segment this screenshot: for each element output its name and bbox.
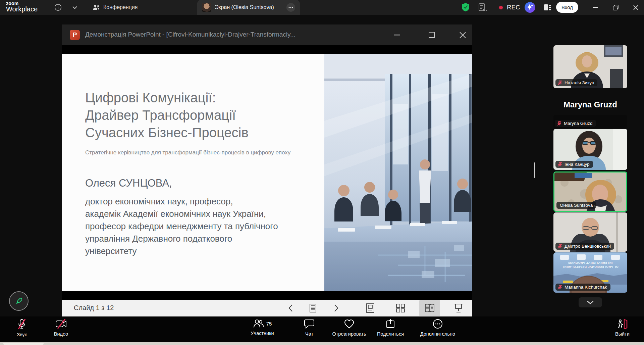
rec-dot <box>499 6 503 9</box>
muted-camera-icon <box>55 319 67 329</box>
share-label: Поделиться <box>377 331 404 337</box>
virtual-bg-text-line2: OF PROFESSIONAL DEVELOPMENT <box>553 265 627 268</box>
powerpoint-window-title: Демонстрація PowerPoint - [Cifrovi-Komun… <box>85 31 296 38</box>
tab-screen-label: Экран (Olesia Suntsova) <box>215 4 274 10</box>
reading-view-button[interactable] <box>422 301 437 315</box>
powerpoint-titlebar[interactable]: P Демонстрація PowerPoint - [Cifrovi-Kom… <box>62 24 472 45</box>
participant-tile-marianna-kichurchak[interactable]: INTERNATIONAL PROGRAM OF PROFESSIONAL DE… <box>553 252 627 293</box>
leave-button[interactable]: Выйти <box>606 319 638 340</box>
ppt-close-button[interactable] <box>457 29 468 41</box>
meeting-info-icon[interactable] <box>53 0 63 15</box>
participant-tile-inna-kantsur[interactable]: Інна Канцур <box>553 129 627 170</box>
heart-icon <box>344 319 355 329</box>
window-minimize-button[interactable] <box>588 0 603 15</box>
participant-tile-maryna-gruzd[interactable]: Maryna Gruzd <box>553 115 627 128</box>
participants-label: Участники <box>251 331 274 336</box>
tab-screen-share[interactable]: Экран (Olesia Suntsova) <box>197 0 300 15</box>
more-button[interactable]: Дополнительно <box>417 319 459 340</box>
powerpoint-app-icon: P <box>70 30 80 40</box>
slide-author-line-1: доктор економічних наук, професор, <box>85 195 307 208</box>
annotate-pen-button[interactable] <box>9 291 29 311</box>
next-slide-button[interactable] <box>329 301 343 315</box>
login-button[interactable]: Вход <box>556 2 578 13</box>
muted-mic-icon <box>17 319 27 330</box>
leave-door-icon <box>617 319 628 329</box>
scrollbar-indicator[interactable] <box>534 162 535 178</box>
muted-mic-icon <box>557 121 562 126</box>
ai-companion-icon[interactable] <box>523 0 537 15</box>
people-icon <box>93 4 100 10</box>
chevron-down-icon[interactable] <box>70 0 80 15</box>
ppt-statusbar: Слайд 1 з 12 <box>62 300 472 316</box>
participant-name: Наталія Зикун <box>565 80 594 85</box>
brand-line-workplace: Workplace <box>6 6 38 12</box>
tab-more-icon[interactable] <box>286 3 295 12</box>
participant-name: Marianna Kichurchak <box>565 285 607 290</box>
participant-name-pill: Marianna Kichurchak <box>555 284 610 291</box>
participant-name: Maryna Gruzd <box>564 121 593 126</box>
audio-label: Звук <box>17 332 27 337</box>
zoom-workplace-logo: zoom Workplace <box>6 1 38 13</box>
zoom-workplace-window: zoom Workplace Конференция Экран (Olesia… <box>0 0 644 345</box>
audio-button[interactable]: Звук <box>7 319 37 340</box>
participant-name-pill: Дмитро Венцковський <box>555 243 614 250</box>
apps-icon[interactable] <box>541 0 553 15</box>
react-button[interactable]: Отреагировать <box>327 319 371 340</box>
tab-meeting[interactable]: Конференция <box>88 0 143 15</box>
rec-label: REC <box>505 0 522 15</box>
participant-name: Дмитро Венцковський <box>565 244 611 249</box>
participant-name-pill: Olesia Suntsova <box>556 202 596 209</box>
slide-title-line-1: Цифрові Комунікації: <box>85 89 327 106</box>
participants-icon <box>253 319 264 328</box>
participant-name-pill: Наталія Зикун <box>555 79 597 86</box>
sidebar-collapse-button[interactable] <box>579 297 602 307</box>
chat-button[interactable]: Чат <box>296 319 323 340</box>
participant-name: Інна Канцур <box>565 162 590 167</box>
presenter-avatar <box>202 3 211 12</box>
slideshow-view-button[interactable] <box>451 301 466 315</box>
participant-tile-olesia-suntsova[interactable]: Olesia Suntsova <box>553 171 627 212</box>
participants-button[interactable]: 75 Участники <box>239 319 286 340</box>
presentation-slide: Цифрові Комунікації: Драйвер Трансформац… <box>62 54 472 291</box>
slide-title-line-2: Драйвер Трансформації <box>85 106 327 124</box>
muted-mic-icon <box>557 162 562 167</box>
slide-author-line-3: професор кафедри менеджменту та публічно… <box>85 220 307 233</box>
slide-author-name: Олеся СУНЦОВА, <box>85 177 172 189</box>
leave-label: Выйти <box>615 331 630 337</box>
pencil-icon <box>14 297 23 305</box>
grid-view-button[interactable] <box>393 301 408 315</box>
window-close-button[interactable] <box>628 0 643 15</box>
slide-menu-button[interactable] <box>306 301 320 315</box>
brand-line-zoom: zoom <box>6 1 38 6</box>
more-label: Дополнительно <box>420 331 455 337</box>
participant-tile-dmytro-ventskovskyi[interactable]: Дмитро Венцковський <box>553 212 627 252</box>
slide-title-line-3: Сучасних Бізнес-Процесів <box>85 124 327 141</box>
react-label: Отреагировать <box>332 331 366 337</box>
virtual-bg-text-line1: INTERNATIONAL PROGRAM <box>553 261 627 264</box>
slide-subtitle: Стратегічне керівництво для трансформаці… <box>85 149 307 156</box>
ppt-minimize-button[interactable] <box>391 29 402 41</box>
participant-tile-natalia-zykun[interactable]: Наталія Зикун <box>553 45 627 88</box>
slide-office-photo <box>324 54 472 291</box>
security-shield-icon[interactable] <box>460 0 471 15</box>
chevron-down-icon <box>587 301 594 304</box>
share-button[interactable]: Поделиться <box>372 319 409 340</box>
window-restore-button[interactable] <box>608 0 623 15</box>
more-ellipsis-icon <box>433 319 443 329</box>
ppt-maximize-button[interactable] <box>426 29 437 41</box>
chat-bubble-icon <box>304 319 315 329</box>
video-label: Видео <box>54 331 68 337</box>
participants-count: 75 <box>266 321 272 327</box>
slide-author-line-5: університету <box>85 245 307 257</box>
slide-counter: Слайд 1 з 12 <box>74 304 114 312</box>
normal-view-button[interactable] <box>363 301 378 315</box>
active-speaker-heading: Maryna Gruzd <box>553 100 627 109</box>
video-button[interactable]: Видео <box>44 319 78 340</box>
tab-meeting-label: Конференция <box>103 4 138 10</box>
meeting-toolbar: Звук Видео 75 Участники Чат <box>0 316 644 342</box>
captions-transcript-icon[interactable] <box>477 0 488 15</box>
slide-author-line-2: академік Академії економічних наук Украї… <box>85 208 307 220</box>
previous-slide-button[interactable] <box>283 301 298 315</box>
muted-mic-icon <box>557 285 562 290</box>
taskbar-edge-highlight <box>3 343 44 345</box>
